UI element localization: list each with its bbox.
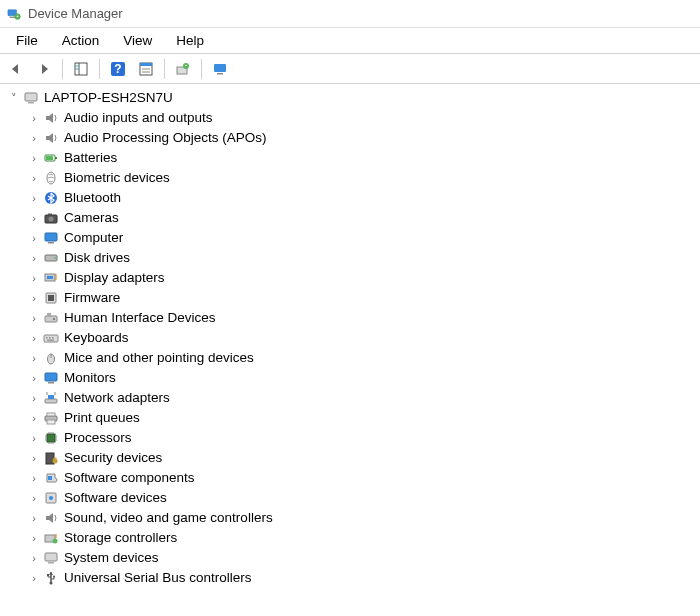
tree-category[interactable]: ›Audio inputs and outputs [6,108,694,128]
expand-icon[interactable]: › [26,550,42,567]
expand-icon[interactable]: › [26,110,42,127]
biometric-icon [42,170,60,186]
tree-category-label: Disk drives [64,248,130,268]
tree-category[interactable]: ›Bluetooth [6,188,694,208]
toolbar-update-driver-button[interactable] [171,57,195,81]
expand-icon[interactable]: › [26,150,42,167]
expand-icon[interactable]: › [26,490,42,507]
toolbar-scan-hardware-button[interactable] [208,57,232,81]
tree-root-label: LAPTOP-ESH2SN7U [44,88,173,108]
toolbar-separator [62,59,63,79]
expand-icon[interactable]: › [26,170,42,187]
tree-category[interactable]: ›Mice and other pointing devices [6,348,694,368]
svg-rect-55 [47,413,55,416]
tree-category-label: Network adapters [64,388,170,408]
tree-category[interactable]: ›Computer [6,228,694,248]
svg-rect-57 [47,434,55,442]
toolbar-separator [201,59,202,79]
tree-category[interactable]: ›Software components [6,468,694,488]
tree-category[interactable]: ›Audio Processing Objects (APOs) [6,128,694,148]
tree-category[interactable]: ›Universal Serial Bus controllers [6,568,694,588]
expand-icon[interactable]: › [26,270,42,287]
toolbar-separator [164,59,165,79]
expand-icon[interactable]: › [26,510,42,527]
expand-icon[interactable]: › [26,390,42,407]
expand-icon[interactable]: › [26,310,42,327]
tree-category[interactable]: ›Disk drives [6,248,694,268]
tree-category[interactable]: ›Storage controllers [6,528,694,548]
tree-category[interactable]: ›Security devices [6,448,694,468]
svg-rect-73 [48,476,52,480]
expand-icon[interactable]: › [26,250,42,267]
tree-root[interactable]: ˅ LAPTOP-ESH2SN7U [6,88,694,108]
tree-category[interactable]: ›Firmware [6,288,694,308]
tree-category[interactable]: ›Network adapters [6,388,694,408]
tree-category[interactable]: ›Software devices [6,488,694,508]
menu-help[interactable]: Help [164,30,216,51]
expand-icon[interactable]: › [26,130,42,147]
processor-icon [42,430,60,446]
expand-icon[interactable]: › [26,290,42,307]
tree-category-label: Keyboards [64,328,129,348]
tree-category-label: Mice and other pointing devices [64,348,254,368]
expand-icon[interactable]: › [26,470,42,487]
expand-icon[interactable]: › [26,430,42,447]
expand-icon[interactable]: › [26,330,42,347]
svg-rect-42 [46,337,48,339]
expand-icon[interactable]: › [26,350,42,367]
expand-icon[interactable]: › [26,370,42,387]
tree-category-label: Display adapters [64,268,165,288]
tree-category[interactable]: ›Monitors [6,368,694,388]
svg-rect-39 [47,313,51,316]
battery-icon [42,150,60,166]
svg-point-71 [53,459,58,464]
tree-category[interactable]: ›Keyboards [6,328,694,348]
audio-icon [42,130,60,146]
tree-category-label: Storage controllers [64,528,177,548]
toolbar-back-button[interactable] [4,57,28,81]
svg-rect-1 [10,16,15,17]
expand-icon[interactable]: › [26,450,42,467]
svg-rect-56 [47,420,55,424]
svg-rect-38 [45,316,57,322]
svg-rect-51 [48,395,54,399]
tree-category[interactable]: ›Sound, video and game controllers [6,508,694,528]
menu-action[interactable]: Action [50,30,112,51]
expand-icon[interactable]: › [26,190,42,207]
menu-view[interactable]: View [111,30,164,51]
svg-rect-44 [52,337,54,339]
tree-category[interactable]: ›Cameras [6,208,694,228]
storage-icon [42,530,60,546]
keyboard-icon [42,330,60,346]
toolbar-help-button[interactable]: ? [106,57,130,81]
audio-icon [42,110,60,126]
expand-icon[interactable]: › [26,530,42,547]
tree-category-label: Cameras [64,208,119,228]
toolbar-forward-button[interactable] [32,57,56,81]
tree-category-label: Computer [64,228,123,248]
computer-icon [22,90,40,106]
svg-rect-16 [217,73,223,75]
svg-rect-70 [46,453,54,464]
toolbar-properties-button[interactable] [134,57,158,81]
tree-category[interactable]: ›Processors [6,428,694,448]
tree-category[interactable]: ›Human Interface Devices [6,308,694,328]
tree-category[interactable]: ›Biometric devices [6,168,694,188]
tree-category-label: Audio Processing Objects (APOs) [64,128,267,148]
bluetooth-icon [42,190,60,206]
expand-icon[interactable]: › [26,230,42,247]
expand-icon[interactable]: › [26,570,42,587]
tree-category-label: Audio inputs and outputs [64,108,213,128]
svg-rect-50 [45,399,57,403]
svg-text:?: ? [114,62,121,76]
menu-file[interactable]: File [4,30,50,51]
tree-category[interactable]: ›Print queues [6,408,694,428]
expand-icon[interactable]: › [26,210,42,227]
device-tree[interactable]: ˅ LAPTOP-ESH2SN7U ›Audio inputs and outp… [0,84,700,616]
tree-category[interactable]: ›Display adapters [6,268,694,288]
expand-icon[interactable]: › [26,410,42,427]
tree-category[interactable]: ›System devices [6,548,694,568]
toolbar-show-hide-button[interactable] [69,57,93,81]
tree-category[interactable]: ›Batteries [6,148,694,168]
collapse-icon[interactable]: ˅ [6,90,22,107]
